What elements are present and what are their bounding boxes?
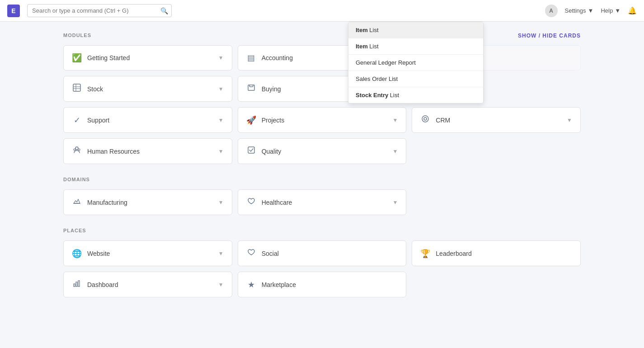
- quality-icon: [246, 146, 256, 156]
- chevron-down-icon: ▼: [392, 199, 398, 206]
- place-card-marketplace[interactable]: ★ Marketplace: [238, 272, 407, 297]
- dashboard-icon: [72, 279, 82, 290]
- module-card-getting-started[interactable]: ✅ Getting Started ▼: [63, 45, 232, 71]
- chevron-down-icon: ▼: [218, 117, 224, 123]
- chevron-down-icon: ▼: [218, 250, 224, 257]
- buying-icon: [246, 84, 256, 94]
- app-logo[interactable]: E: [7, 5, 20, 17]
- chevron-down-icon: ▼: [218, 86, 224, 92]
- svg-point-5: [422, 116, 428, 122]
- module-card-support[interactable]: ✓ Support ▼: [63, 107, 232, 133]
- search-wrapper: 🔍: [27, 4, 172, 17]
- search-input[interactable]: [27, 4, 172, 17]
- module-card-projects[interactable]: 🚀 Projects ▼: [238, 107, 407, 133]
- domains-section: DOMAINS Manufacturing ▼: [63, 177, 581, 215]
- dropdown-item[interactable]: Item List: [348, 38, 483, 55]
- help-button[interactable]: Help ▼: [601, 7, 620, 14]
- chevron-down-icon: ▼: [392, 117, 398, 123]
- dropdown-item[interactable]: Sales Order List: [348, 71, 483, 87]
- place-card-dashboard[interactable]: Dashboard ▼: [63, 272, 232, 297]
- search-icon: 🔍: [160, 7, 168, 14]
- website-icon: 🌐: [72, 249, 82, 259]
- place-card-website[interactable]: 🌐 Website ▼: [63, 240, 232, 266]
- places-label: PLACES: [63, 228, 581, 233]
- nav-right: A Settings ▼ Help ▼ 🔔: [545, 5, 637, 17]
- search-dropdown: Item List Item List General Ledger Repor…: [348, 22, 484, 103]
- social-icon: [246, 248, 256, 259]
- svg-rect-12: [74, 284, 75, 287]
- leaderboard-icon: 🏆: [420, 249, 430, 259]
- place-card-leaderboard[interactable]: 🏆 Leaderboard: [412, 240, 581, 266]
- chevron-down-icon: ▼: [615, 7, 620, 14]
- hr-icon: [72, 146, 82, 156]
- checkbox-icon: ✅: [72, 53, 82, 63]
- place-card-social[interactable]: Social: [238, 240, 407, 266]
- chevron-down-icon: ▼: [567, 117, 572, 123]
- svg-point-6: [424, 118, 427, 120]
- chevron-down-icon: ▼: [218, 282, 224, 288]
- svg-rect-13: [76, 282, 77, 287]
- chevron-down-icon: ▼: [392, 148, 398, 155]
- svg-point-7: [75, 147, 78, 150]
- marketplace-icon: ★: [246, 280, 256, 290]
- svg-point-8: [74, 149, 75, 150]
- top-nav: E 🔍 A Settings ▼ Help ▼ 🔔 Item List Item…: [0, 0, 644, 22]
- svg-rect-0: [73, 84, 80, 91]
- module-card-quality[interactable]: Quality ▼: [238, 138, 407, 164]
- accounting-icon: ▤: [246, 53, 256, 63]
- crm-icon: [420, 115, 430, 125]
- dropdown-item[interactable]: General Ledger Report: [348, 55, 483, 71]
- healthcare-icon: [246, 197, 256, 207]
- places-section: PLACES 🌐 Website ▼ Social: [63, 228, 581, 297]
- settings-button[interactable]: Settings ▼: [565, 7, 594, 14]
- projects-icon: 🚀: [246, 115, 256, 125]
- support-icon: ✓: [72, 115, 82, 125]
- avatar: A: [545, 5, 558, 17]
- svg-point-9: [78, 149, 80, 150]
- module-card-human-resources[interactable]: Human Resources ▼: [63, 138, 232, 164]
- chevron-down-icon: ▼: [218, 55, 224, 61]
- modules-label: MODULES Show / Hide Cards: [63, 33, 581, 38]
- svg-rect-4: [248, 85, 254, 90]
- show-hide-cards-button[interactable]: Show / Hide Cards: [518, 33, 581, 39]
- manufacturing-icon: [72, 197, 82, 207]
- dropdown-item[interactable]: Item List: [348, 22, 483, 38]
- domain-card-healthcare[interactable]: Healthcare ▼: [238, 189, 407, 215]
- main-content: MODULES Show / Hide Cards ✅ Getting Star…: [0, 22, 644, 321]
- svg-rect-10: [248, 147, 254, 153]
- module-card-stock[interactable]: Stock ▼: [63, 76, 232, 102]
- modules-section: MODULES Show / Hide Cards ✅ Getting Star…: [63, 33, 581, 164]
- chevron-down-icon: ▼: [588, 7, 594, 14]
- module-card-crm[interactable]: CRM ▼: [412, 107, 581, 133]
- domain-card-manufacturing[interactable]: Manufacturing ▼: [63, 189, 232, 215]
- chevron-down-icon: ▼: [218, 148, 224, 155]
- chevron-down-icon: ▼: [218, 199, 224, 206]
- svg-rect-14: [78, 281, 80, 287]
- dropdown-item[interactable]: Stock Entry List: [348, 87, 483, 103]
- stock-icon: [72, 84, 82, 94]
- domains-label: DOMAINS: [63, 177, 581, 182]
- notifications-icon[interactable]: 🔔: [628, 6, 637, 15]
